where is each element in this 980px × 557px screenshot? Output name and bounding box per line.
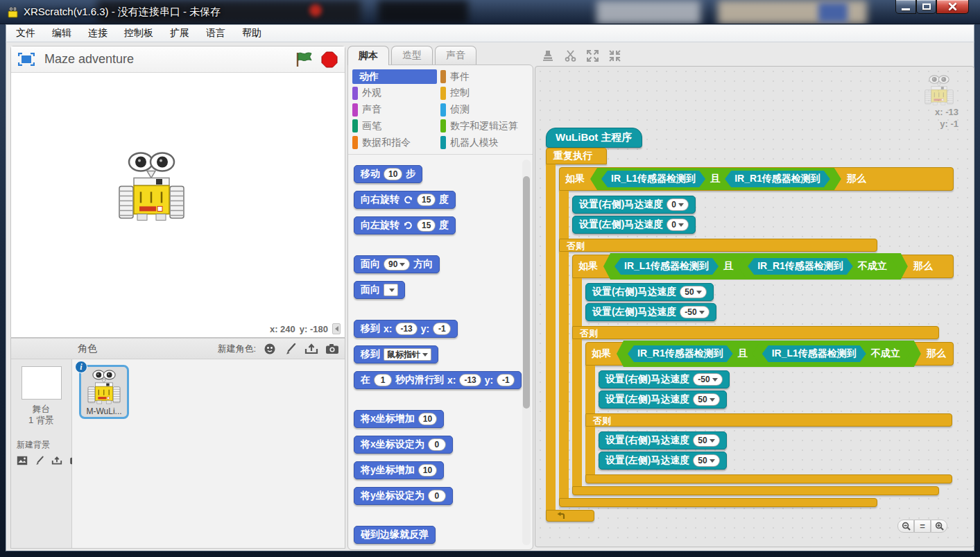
script-area[interactable]: x: -13 y: -1 WuLiBot 主程序 重复执行 如果 IR_L1传感… [535, 66, 974, 547]
grow-tool-button[interactable] [585, 48, 600, 63]
sprite-item-selected[interactable]: i M-WuLi... [79, 365, 129, 419]
set-left-motor-block[interactable]: 设置(左侧)马达速度 50 [599, 452, 727, 470]
set-left-motor-block[interactable]: 设置(左侧)马达速度 -50 [585, 303, 716, 321]
tab-scripts[interactable]: 脚本 [347, 46, 389, 65]
stage-sprite-robot[interactable] [117, 148, 187, 225]
hat-block-main-program[interactable]: WuLiBot 主程序 [546, 128, 642, 148]
towards-dropdown[interactable] [384, 284, 398, 296]
zoom-in-button[interactable] [931, 520, 947, 533]
paint-backdrop-button[interactable] [33, 454, 46, 468]
category-sound[interactable]: 声音 [352, 103, 440, 117]
speed-dropdown[interactable]: -50 [693, 373, 722, 386]
block-bounce-on-edge[interactable]: 碰到边缘就反弹 [354, 526, 436, 544]
speed-dropdown[interactable]: 50 [693, 434, 719, 447]
category-events[interactable]: 事件 [440, 69, 528, 84]
sensor-ir-r1[interactable]: IR_R1传感器检测到 [628, 345, 733, 362]
set-left-motor-block[interactable]: 设置(左侧)马达速度 0 [572, 216, 696, 234]
upload-sprite-button[interactable] [303, 342, 320, 356]
sensor-ir-r1[interactable]: IR_R1传感器检测到 [748, 258, 853, 275]
maximize-button[interactable] [916, 0, 936, 14]
stamp-tool-button[interactable] [540, 48, 556, 63]
block-change-y[interactable]: 将y坐标增加 10 [354, 461, 444, 479]
and-operator[interactable]: IR_R1传感器检测到 且 IR_L1传感器检测到 不成立 [617, 341, 921, 367]
block-point-towards[interactable]: 面向 [354, 281, 405, 299]
degrees-arg[interactable]: 15 [417, 219, 436, 232]
value-arg[interactable]: 0 [428, 490, 446, 502]
close-button[interactable] [936, 0, 969, 14]
sensor-ir-r1[interactable]: IR_R1传感器检测到 [725, 171, 830, 187]
set-left-motor-block[interactable]: 设置(左侧)马达速度 50 [599, 391, 727, 409]
sensor-ir-l1[interactable]: IR_L1传感器检测到 [614, 258, 719, 275]
menu-board[interactable]: 控制板 [124, 27, 153, 40]
block-goto-xy[interactable]: 移到 x: -13 y: -1 [354, 320, 458, 338]
speed-dropdown[interactable]: 50 [693, 393, 719, 406]
paint-new-sprite-button[interactable] [282, 342, 299, 356]
speed-dropdown[interactable]: 50 [693, 454, 719, 467]
minimize-button[interactable] [895, 0, 916, 14]
block-turn-left[interactable]: 向左旋转 15 度 [354, 216, 456, 234]
delta-arg[interactable]: 10 [418, 464, 437, 477]
and-operator[interactable]: IR_L1传感器检测到 且 IR_R1传感器检测到 不成立 [603, 253, 908, 280]
upload-backdrop-button[interactable] [50, 454, 64, 468]
fullscreen-icon[interactable] [18, 53, 35, 66]
script-stack[interactable]: WuLiBot 主程序 重复执行 如果 IR_L1传感器检测到 且 IR_R1传… [546, 128, 954, 522]
category-robot[interactable]: 机器人模块 [440, 135, 528, 150]
block-move-steps[interactable]: 移动 10 步 [354, 165, 422, 183]
x-arg[interactable]: -13 [395, 323, 417, 335]
speed-dropdown[interactable]: -50 [680, 306, 709, 318]
new-sprite-library-button[interactable] [261, 342, 278, 356]
delete-tool-button[interactable] [562, 48, 578, 63]
set-right-motor-block[interactable]: 设置(右侧)马达速度 50 [599, 431, 727, 449]
block-set-y[interactable]: 将y坐标设定为 0 [354, 487, 453, 505]
category-operators[interactable]: 数字和逻辑运算 [440, 119, 528, 133]
direction-dropdown[interactable]: 90 [384, 258, 410, 271]
category-motion[interactable]: 动作 [352, 69, 437, 84]
not-operator[interactable]: IR_L1传感器检测到 不成立 [753, 343, 910, 364]
value-arg[interactable]: 0 [428, 438, 446, 451]
y-arg[interactable]: -1 [497, 374, 515, 386]
if-else-block-1[interactable]: 如果 IR_L1传感器检测到 且 IR_R1传感器检测到 那么 设置(右侧)马达… [559, 167, 954, 507]
seconds-arg[interactable]: 1 [374, 374, 392, 386]
speed-dropdown[interactable]: 0 [667, 198, 689, 211]
category-sensing[interactable]: 侦测 [440, 103, 528, 117]
set-right-motor-block[interactable]: 设置(右侧)马达速度 50 [585, 283, 714, 301]
menu-help[interactable]: 帮助 [242, 27, 261, 40]
category-looks[interactable]: 外观 [352, 86, 440, 101]
category-data[interactable]: 数据和指令 [352, 135, 440, 150]
block-goto-mouse[interactable]: 移到 鼠标指针 [354, 345, 438, 363]
menu-connect[interactable]: 连接 [88, 27, 108, 40]
menu-edit[interactable]: 编辑 [52, 27, 71, 40]
steps-arg[interactable]: 10 [384, 168, 402, 180]
block-glide[interactable]: 在 1 秒内滑行到 x: -13 y: -1 [354, 371, 522, 389]
block-point-direction[interactable]: 面向 90 方向 [354, 255, 440, 273]
sensor-ir-l1[interactable]: IR_L1传感器检测到 [601, 171, 705, 187]
stage-canvas[interactable] [11, 73, 345, 321]
speed-dropdown[interactable]: 50 [680, 286, 706, 298]
sensor-ir-l1[interactable]: IR_L1传感器检测到 [762, 345, 866, 362]
y-arg[interactable]: -1 [433, 323, 451, 335]
set-right-motor-block[interactable]: 设置(右侧)马达速度 -50 [599, 370, 730, 388]
block-change-x[interactable]: 将x坐标增加 10 [354, 410, 444, 428]
menu-file[interactable]: 文件 [16, 27, 35, 40]
menu-language[interactable]: 语言 [206, 27, 225, 40]
collapse-stage-button[interactable] [332, 323, 341, 334]
menu-extensions[interactable]: 扩展 [170, 27, 189, 40]
block-turn-right[interactable]: 向右旋转 15 度 [354, 191, 456, 209]
goto-target-dropdown[interactable]: 鼠标指针 [384, 348, 431, 361]
if-else-block-3[interactable]: 如果 IR_R1传感器检测到 且 IR_L1传感器检测到 不成立 [585, 342, 954, 483]
backdrop-library-button[interactable] [15, 454, 29, 468]
tab-costumes[interactable]: 造型 [391, 46, 433, 65]
stop-icon[interactable] [321, 51, 338, 68]
sprite-info-icon[interactable]: i [75, 361, 87, 373]
project-title[interactable]: Maze adventure [44, 52, 295, 67]
forever-block[interactable]: 重复执行 如果 IR_L1传感器检测到 且 IR_R1传感器检测到 那么 [546, 148, 954, 522]
category-control[interactable]: 控制 [440, 86, 528, 101]
speed-dropdown[interactable]: 0 [667, 218, 689, 231]
camera-sprite-button[interactable] [324, 342, 341, 356]
x-arg[interactable]: -13 [459, 374, 481, 386]
degrees-arg[interactable]: 15 [417, 194, 436, 206]
block-set-x[interactable]: 将x坐标设定为 0 [354, 436, 453, 454]
delta-arg[interactable]: 10 [418, 413, 437, 425]
zoom-reset-button[interactable]: = [914, 520, 931, 533]
and-operator[interactable]: IR_L1传感器检测到 且 IR_R1传感器检测到 [590, 168, 841, 190]
